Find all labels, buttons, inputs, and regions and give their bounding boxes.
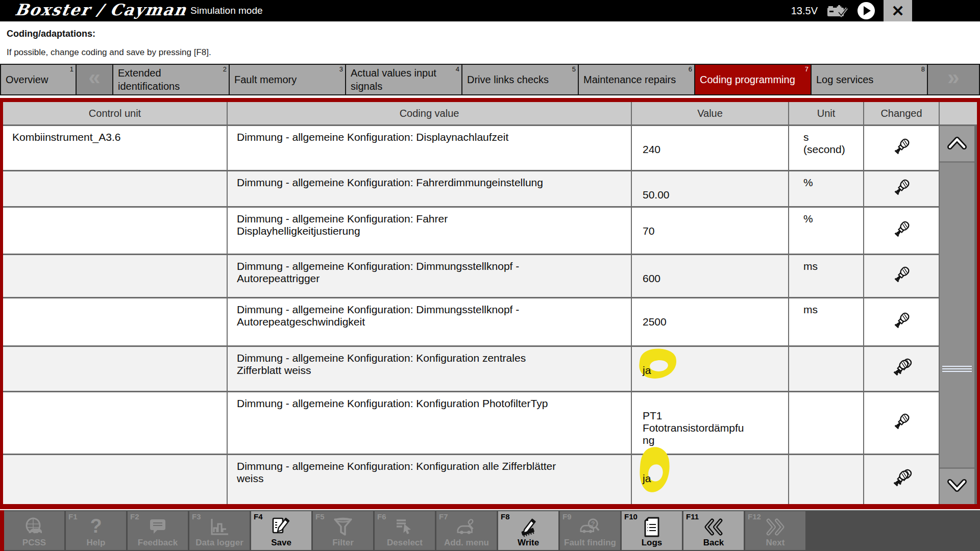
value-cell[interactable]: 240 [632,126,788,170]
chevron-down-icon [946,478,968,495]
unit-cell: % [789,208,863,254]
tab-scroll-prev[interactable]: « [76,64,113,95]
table-row[interactable]: Dimmung - allgemeine Konfiguration: Konf… [3,455,939,504]
fkey-label: Next [766,538,785,548]
svg-text:?: ? [591,520,595,528]
value-cell[interactable]: 50.00 [632,171,788,206]
table-row[interactable]: Dimmung - allgemeine Konfiguration: Dimm… [3,255,939,297]
value-text: PT1 Fototransistordämpfu ng [643,410,744,446]
next-icon [765,516,786,538]
tab-number: 1 [70,65,74,74]
data-logger-icon [209,516,230,538]
tab-number: 6 [689,65,692,74]
control-unit-cell [3,208,227,254]
fkey-pcss: PCSS [4,511,64,550]
value-cell[interactable]: ja [632,347,788,391]
function-key-bar: PCSS F1 ? Help F2 Feedback F3 Data logge… [0,510,980,551]
fkey-label: Back [703,538,724,548]
column-header-scrollbar-spacer [940,102,977,124]
screwdriver-icon [891,311,912,334]
tab-drive-links-checks[interactable]: Drive links checks 5 [461,64,579,95]
scroll-prev-icon: « [88,64,100,92]
fkey-f4-save[interactable]: F4 Save [251,511,311,550]
tab-coding-programming[interactable]: Coding programming 7 [694,64,812,95]
fkey-label: Save [271,538,291,548]
svg-text:?: ? [90,516,102,537]
unit-cell: % [789,171,863,206]
tab-label: Overview [6,73,48,86]
table-row[interactable]: Dimmung - allgemeine Konfiguration: Dimm… [3,298,939,345]
tab-extended-identifications[interactable]: Extended identifications 2 [112,64,230,95]
unit-cell: ms [789,255,863,297]
tab-overview[interactable]: Overview 1 [0,64,77,95]
fkey-f8-write[interactable]: F8 Write [498,511,558,550]
battery-voltage: 13.5V [791,5,818,17]
table-scrollbar[interactable] [940,126,974,504]
value-text: 70 [643,225,654,237]
back-icon [703,516,724,538]
tab-actual-values-input-signals[interactable]: Actual values input signals 4 [345,64,462,95]
tab-number: 5 [572,65,576,74]
control-unit-cell [3,255,227,297]
screwdriver-icon [891,137,912,160]
screwdriver-double-icon [890,357,913,381]
fkey-number: F8 [501,512,510,521]
coding-value-cell: Dimmung - allgemeine Konfiguration: Konf… [228,392,631,454]
fkey-label: Write [518,538,539,548]
table-row[interactable]: Kombiinstrument_A3.6 Dimmung - allgemein… [3,126,939,170]
scroll-down-button[interactable] [940,467,974,504]
fkey-label: Data logger [195,538,243,548]
tab-scroll-next[interactable]: » [927,64,980,95]
pcss-globe-car-icon [23,516,45,538]
fkey-number: F2 [130,512,139,521]
tab-number: 7 [805,65,808,74]
fkey-number: F10 [624,512,638,521]
value-cell[interactable]: ja [632,455,788,504]
simulation-mode-label: Simulation mode [190,5,263,16]
fkey-label: Filter [332,538,354,548]
column-header-unit: Unit [789,102,863,124]
highlighter-mark [638,446,671,494]
table-row[interactable]: Dimmung - allgemeine Konfiguration: Fahr… [3,171,939,206]
changed-cell [864,171,939,206]
table-row[interactable]: Dimmung - allgemeine Konfiguration: Fahr… [3,208,939,254]
play-icon[interactable] [857,2,875,19]
scrollbar-thumb[interactable] [942,366,972,373]
fkey-label: Add. menu [444,538,489,548]
fkey-number: F4 [254,512,263,521]
tab-maintenance-repairs[interactable]: Maintenance repairs 6 [578,64,695,95]
value-cell[interactable]: 2500 [632,298,788,345]
feedback-icon [147,516,168,538]
table-header-row: Control unit Coding value Value Unit Cha… [3,102,977,126]
column-header-control-unit: Control unit [3,102,227,124]
coding-value-cell: Dimmung - allgemeine Konfiguration: Fahr… [228,171,631,206]
coding-value-cell: Dimmung - allgemeine Konfiguration: Disp… [228,126,631,170]
changed-cell [864,126,939,170]
fkey-f11-back[interactable]: F11 Back [683,511,744,550]
tab-label: Coding programming [700,73,795,86]
control-unit-cell [3,455,227,504]
close-icon[interactable]: ✕ [884,0,912,21]
value-cell[interactable]: 600 [632,255,788,297]
table-row[interactable]: Dimmung - allgemeine Konfiguration: Konf… [3,392,939,454]
fkey-f10-logs[interactable]: F10 Logs [622,511,682,550]
fkey-label: Deselect [387,538,423,548]
scroll-up-button[interactable] [940,126,974,163]
value-cell[interactable]: PT1 Fototransistordämpfu ng [632,392,788,454]
tab-label: Drive links checks [467,73,549,86]
battery-check-icon [826,3,849,19]
chevron-up-icon [946,135,968,153]
fkey-number: F12 [748,512,761,521]
page-instruction: If possible, change coding and save by p… [7,47,980,58]
value-text: ja [643,472,651,484]
coding-table: Control unit Coding value Value Unit Cha… [0,98,980,509]
value-text: 240 [643,143,660,155]
control-unit-cell [3,298,227,345]
coding-value-cell: Dimmung - allgemeine Konfiguration: Fahr… [228,208,631,254]
tab-fault-memory[interactable]: Fault memory 3 [229,64,346,95]
value-text: 50.00 [643,189,670,201]
table-row[interactable]: Dimmung - allgemeine Konfiguration: Konf… [3,347,939,391]
value-cell[interactable]: 70 [632,208,788,254]
fkey-number: F1 [68,512,78,521]
tab-log-services[interactable]: Log services 8 [811,64,928,95]
